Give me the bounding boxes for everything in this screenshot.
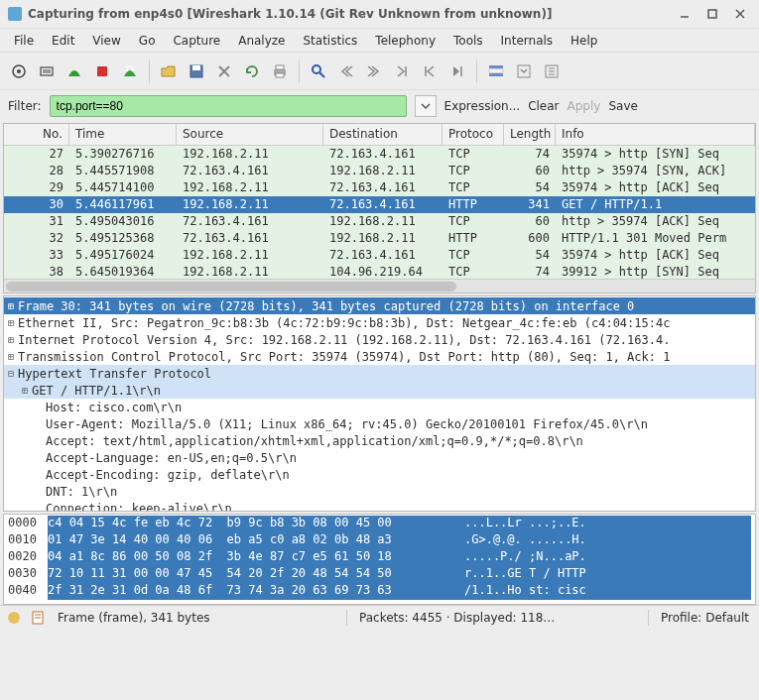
horizontal-scrollbar[interactable] bbox=[4, 279, 755, 292]
tree-toggle-icon[interactable]: ⊞ bbox=[4, 317, 18, 328]
packet-bytes[interactable]: 0000c4 04 15 4c fe eb 4c 72 b9 9c b8 3b … bbox=[3, 514, 756, 605]
detail-row[interactable]: ⊞Frame 30: 341 bytes on wire (2728 bits)… bbox=[4, 297, 755, 314]
hex-row[interactable]: 002004 a1 8c 86 00 50 08 2f 3b 4e 87 c7 … bbox=[8, 549, 751, 566]
packet-row[interactable]: 305.446117961192.168.2.1172.163.4.161HTT… bbox=[4, 196, 755, 213]
start-capture-button[interactable] bbox=[62, 58, 87, 84]
svg-line-18 bbox=[319, 72, 324, 77]
svg-rect-6 bbox=[41, 67, 53, 75]
options-button[interactable] bbox=[34, 58, 60, 84]
detail-row[interactable]: ⊟Hypertext Transfer Protocol bbox=[4, 365, 755, 382]
detail-row[interactable]: Accept: text/html,application/xhtml+xml,… bbox=[4, 432, 755, 449]
menubar: FileEditViewGoCaptureAnalyzeStatisticsTe… bbox=[0, 28, 759, 52]
auto-scroll-button[interactable] bbox=[511, 58, 537, 84]
detail-row[interactable]: Host: cisco.com\r\n bbox=[4, 399, 755, 415]
packet-details[interactable]: ⊞Frame 30: 341 bytes on wire (2728 bits)… bbox=[3, 295, 756, 512]
save-button[interactable] bbox=[184, 58, 209, 84]
filter-label: Filter: bbox=[8, 99, 42, 113]
menu-help[interactable]: Help bbox=[563, 31, 605, 51]
svg-rect-1 bbox=[708, 10, 716, 18]
interfaces-button[interactable] bbox=[6, 58, 32, 84]
column-header[interactable]: Source bbox=[177, 124, 323, 145]
detail-row[interactable]: ⊞Transmission Control Protocol, Src Port… bbox=[4, 348, 755, 365]
filter-bar: Filter: Expression... Clear Apply Save bbox=[0, 89, 759, 121]
status-frame: Frame (frame), 341 bytes bbox=[54, 611, 338, 625]
go-to-button[interactable] bbox=[389, 58, 415, 84]
column-header[interactable]: No. bbox=[4, 124, 69, 145]
column-header[interactable]: Length bbox=[504, 124, 556, 145]
zoom-button[interactable] bbox=[539, 58, 565, 84]
hex-row[interactable]: 001001 47 3e 14 40 00 40 06 eb a5 c0 a8 … bbox=[8, 532, 751, 549]
tree-toggle-icon[interactable]: ⊟ bbox=[4, 368, 18, 379]
packet-row[interactable]: 285.44557190872.163.4.161192.168.2.11TCP… bbox=[4, 163, 755, 179]
toolbar bbox=[0, 52, 759, 89]
detail-row[interactable]: User-Agent: Mozilla/5.0 (X11; Linux x86_… bbox=[4, 415, 755, 432]
expert-info-icon[interactable] bbox=[6, 610, 22, 626]
window-title: Capturing from enp4s0 [Wireshark 1.10.14… bbox=[28, 7, 668, 21]
reload-button[interactable] bbox=[239, 58, 265, 84]
expression-button[interactable]: Expression... bbox=[444, 99, 521, 113]
colorize-button[interactable] bbox=[483, 58, 509, 84]
go-back-button[interactable] bbox=[333, 58, 359, 84]
packet-row[interactable]: 295.445714100192.168.2.1172.163.4.161TCP… bbox=[4, 179, 755, 196]
packet-list: No.TimeSourceDestinationProtocoLengthInf… bbox=[3, 123, 756, 293]
detail-row[interactable]: ⊞Internet Protocol Version 4, Src: 192.1… bbox=[4, 331, 755, 348]
detail-row[interactable]: Accept-Language: en-US,en;q=0.5\r\n bbox=[4, 449, 755, 466]
column-header[interactable]: Protoco bbox=[443, 124, 504, 145]
detail-row[interactable]: Connection: keep-alive\r\n bbox=[4, 500, 755, 512]
packet-row[interactable]: 385.645019364192.168.2.11104.96.219.64TC… bbox=[4, 264, 755, 279]
column-header[interactable]: Destination bbox=[323, 124, 443, 145]
tree-toggle-icon[interactable]: ⊞ bbox=[18, 385, 32, 396]
titlebar: Capturing from enp4s0 [Wireshark 1.10.14… bbox=[0, 0, 759, 28]
clear-button[interactable]: Clear bbox=[528, 99, 559, 113]
hex-row[interactable]: 0000c4 04 15 4c fe eb 4c 72 b9 9c b8 3b … bbox=[8, 516, 751, 532]
menu-internals[interactable]: Internals bbox=[493, 31, 562, 51]
detail-row[interactable]: Accept-Encoding: gzip, deflate\r\n bbox=[4, 466, 755, 483]
menu-telephony[interactable]: Telephony bbox=[367, 31, 443, 51]
tree-toggle-icon[interactable]: ⊞ bbox=[4, 300, 18, 311]
find-button[interactable] bbox=[306, 58, 331, 84]
filter-dropdown[interactable] bbox=[415, 95, 437, 117]
apply-button[interactable]: Apply bbox=[568, 99, 601, 113]
menu-edit[interactable]: Edit bbox=[44, 31, 82, 51]
close-button[interactable] bbox=[729, 3, 751, 25]
hex-row[interactable]: 00402f 31 2e 31 0d 0a 48 6f 73 74 3a 20 … bbox=[8, 583, 751, 600]
tree-toggle-icon[interactable]: ⊞ bbox=[4, 334, 18, 345]
separator bbox=[346, 610, 347, 626]
packet-row[interactable]: 275.390276716192.168.2.1172.163.4.161TCP… bbox=[4, 146, 755, 163]
save-filter-button[interactable]: Save bbox=[608, 99, 637, 113]
capture-file-icon[interactable] bbox=[30, 610, 46, 626]
detail-row[interactable]: ⊞Ethernet II, Src: Pegatron_9c:b8:3b (4c… bbox=[4, 314, 755, 331]
restart-capture-button[interactable] bbox=[117, 58, 143, 84]
packet-row[interactable]: 335.495176024192.168.2.1172.163.4.161TCP… bbox=[4, 247, 755, 264]
print-button[interactable] bbox=[267, 58, 293, 84]
menu-statistics[interactable]: Statistics bbox=[295, 31, 365, 51]
menu-tools[interactable]: Tools bbox=[445, 31, 491, 51]
svg-rect-9 bbox=[97, 66, 107, 76]
tree-toggle-icon[interactable]: ⊞ bbox=[4, 351, 18, 362]
detail-row[interactable]: ⊞GET / HTTP/1.1\r\n bbox=[4, 382, 755, 399]
maximize-button[interactable] bbox=[701, 3, 723, 25]
close-file-button[interactable] bbox=[211, 58, 237, 84]
menu-view[interactable]: View bbox=[84, 31, 128, 51]
filter-input[interactable] bbox=[50, 95, 407, 117]
stop-capture-button[interactable] bbox=[89, 58, 115, 84]
column-header[interactable]: Time bbox=[69, 124, 177, 145]
separator bbox=[299, 59, 300, 83]
detail-row[interactable]: DNT: 1\r\n bbox=[4, 483, 755, 500]
menu-file[interactable]: File bbox=[6, 31, 42, 51]
go-first-button[interactable] bbox=[417, 58, 443, 84]
menu-go[interactable]: Go bbox=[131, 31, 164, 51]
packet-row[interactable]: 315.49504301672.163.4.161192.168.2.11TCP… bbox=[4, 213, 755, 230]
separator bbox=[149, 59, 150, 83]
go-last-button[interactable] bbox=[444, 58, 470, 84]
packet-row[interactable]: 325.49512536872.163.4.161192.168.2.11HTT… bbox=[4, 230, 755, 247]
go-forward-button[interactable] bbox=[361, 58, 387, 84]
open-button[interactable] bbox=[156, 58, 182, 84]
menu-capture[interactable]: Capture bbox=[165, 31, 228, 51]
minimize-button[interactable] bbox=[674, 3, 696, 25]
svg-point-5 bbox=[17, 69, 21, 73]
menu-analyze[interactable]: Analyze bbox=[230, 31, 293, 51]
column-header[interactable]: Info bbox=[556, 124, 755, 145]
hex-row[interactable]: 003072 10 11 31 00 00 47 45 54 20 2f 20 … bbox=[8, 566, 751, 583]
packet-list-body[interactable]: 275.390276716192.168.2.1172.163.4.161TCP… bbox=[4, 146, 755, 279]
